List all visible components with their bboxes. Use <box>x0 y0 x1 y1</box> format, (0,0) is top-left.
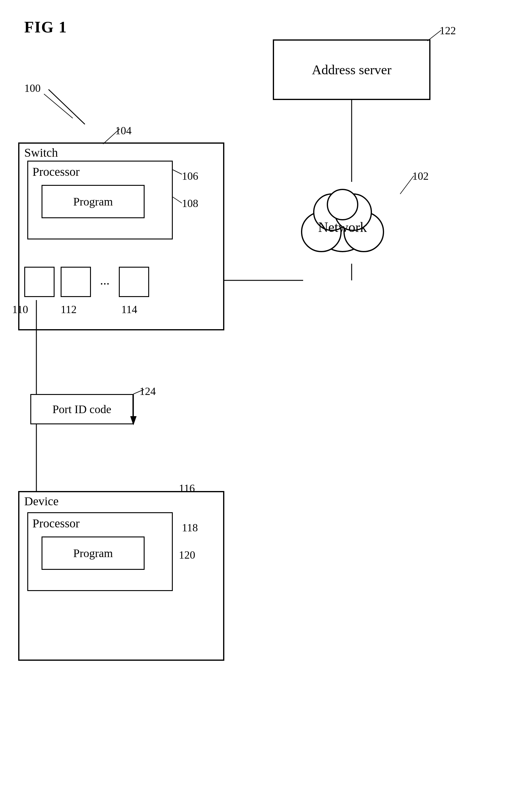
device-processor-label: Processor <box>33 516 80 530</box>
network-cloud-svg: Network <box>285 176 400 267</box>
ref-106: 106 <box>182 170 198 182</box>
port-id-box: Port ID code <box>30 394 133 424</box>
address-server-label: Address server <box>312 62 392 78</box>
ref-124: 124 <box>139 385 156 398</box>
switch-label: Switch <box>24 145 58 160</box>
svg-line-20 <box>400 176 414 194</box>
svg-line-21 <box>44 94 73 118</box>
svg-point-5 <box>327 189 358 220</box>
ref-104: 104 <box>115 124 132 137</box>
ref-100: 100 <box>24 82 41 95</box>
address-server-box: Address server <box>273 39 430 100</box>
ref-112: 112 <box>61 303 77 316</box>
figure-label: FIG 1 <box>24 18 67 36</box>
device-processor-box: Processor Program <box>27 512 173 591</box>
device-program-box: Program <box>42 536 145 570</box>
ref-116: 116 <box>179 482 195 495</box>
switch-processor-box: Processor Program <box>27 161 173 240</box>
ref-120: 120 <box>179 549 195 561</box>
device-label: Device <box>24 494 59 508</box>
ref-110: 110 <box>12 303 28 316</box>
port-box-3 <box>119 267 149 297</box>
ref-102: 102 <box>412 170 429 182</box>
port-ellipsis: ... <box>97 273 113 288</box>
port-row: ... <box>18 264 224 300</box>
svg-line-8 <box>48 89 85 124</box>
svg-text:Network: Network <box>318 220 367 235</box>
ref-122: 122 <box>440 24 456 37</box>
port-box-1 <box>24 267 55 297</box>
ref-114: 114 <box>121 303 137 316</box>
switch-program-label: Program <box>73 195 113 208</box>
ref-108: 108 <box>182 197 198 210</box>
diagram: FIG 1 100 Address server 122 Switch 104 … <box>0 0 522 812</box>
switch-processor-label: Processor <box>33 165 80 179</box>
switch-program-box: Program <box>42 185 145 218</box>
port-box-2 <box>61 267 91 297</box>
port-id-label: Port ID code <box>53 403 111 416</box>
ref-118: 118 <box>182 521 198 534</box>
device-program-label: Program <box>73 547 113 560</box>
